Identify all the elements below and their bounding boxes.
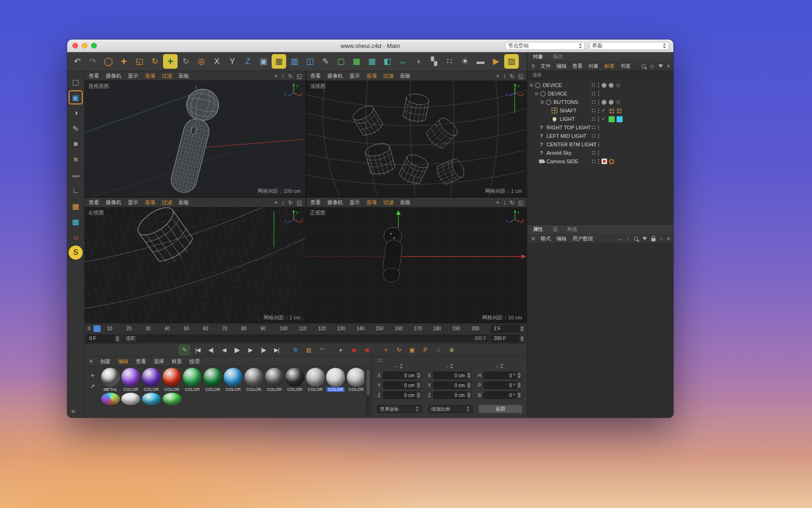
timeline-tick[interactable]: 40	[163, 326, 182, 331]
circle-gray-tag[interactable]	[609, 83, 614, 88]
expander-icon[interactable]: ⊟	[533, 91, 539, 96]
viewport-canvas[interactable]: 正视图 网格间距：10 cm	[306, 207, 527, 323]
timeline-ticks[interactable]: 0 10 20 30 40 50 60 70 80 90 100 110 120…	[86, 324, 489, 333]
timeline-tick[interactable]: 60	[202, 326, 221, 331]
key-scale-button[interactable]: ▣	[406, 344, 418, 356]
stepper-icon[interactable]	[517, 372, 522, 379]
dolly-view-icon[interactable]: ↕	[503, 199, 506, 206]
circle-dark-tag[interactable]	[616, 83, 621, 88]
coordinate-field[interactable]: 0 °	[484, 381, 522, 389]
menu-item[interactable]: 摄像机	[106, 199, 121, 206]
stepper-icon[interactable]	[115, 335, 120, 342]
panel-tab[interactable]: 构造	[567, 226, 578, 233]
lock-z-axis[interactable]: Z	[241, 54, 255, 69]
apply-button[interactable]: 应用	[479, 405, 522, 413]
up-icon[interactable]: ↑	[627, 236, 630, 241]
material-sphere[interactable]	[326, 368, 345, 387]
handle-tag[interactable]	[598, 133, 600, 139]
menu-item[interactable]: 摄像机	[328, 72, 343, 79]
menu-item[interactable]: 材质	[172, 358, 182, 365]
material-item[interactable]: COLOR	[223, 368, 244, 392]
stepper-icon[interactable]	[416, 392, 421, 398]
object-row[interactable]: ⊟ DEVICE	[527, 89, 673, 98]
object-row[interactable]: LIGHT	[527, 115, 673, 123]
magnet-tool-icon[interactable]: ◖	[411, 54, 426, 69]
mesh-grid-icon[interactable]: ▦	[69, 214, 83, 229]
menu-item[interactable]: 查看	[311, 72, 321, 79]
cloth-grid-icon[interactable]: ▦	[69, 199, 83, 213]
money-sphere-icon[interactable]: S	[69, 246, 83, 260]
live-selection-tool[interactable]: ◯	[101, 54, 116, 69]
coordinate-field[interactable]: 0 cm	[433, 391, 472, 399]
target-icon[interactable]: ○	[660, 236, 663, 241]
object-row[interactable]: Camera SIDE	[527, 157, 673, 166]
material-item[interactable]: METAL	[100, 368, 121, 392]
coordinate-field[interactable]: 0 cm	[383, 391, 422, 399]
menu-item[interactable]: 查看	[572, 63, 583, 70]
stepper-icon[interactable]	[467, 382, 471, 389]
menu-item[interactable]: 过滤	[383, 199, 394, 206]
corner-spline-icon[interactable]: ∟	[69, 183, 83, 198]
coordinate-field[interactable]: 0 °	[484, 372, 522, 379]
end-frame-field[interactable]: 200 F	[491, 335, 525, 342]
titlebar-dropdown[interactable]: 界面	[589, 42, 669, 50]
timeline-tick[interactable]: 180	[432, 326, 451, 331]
menu-item[interactable]: 选择	[154, 358, 164, 365]
panel-menu-icon[interactable]: ≡	[667, 63, 670, 69]
dots-tag[interactable]	[591, 117, 596, 121]
menu-item[interactable]: 面板	[179, 199, 189, 206]
clapper-icon[interactable]: ▬	[473, 54, 488, 69]
menu-item[interactable]: 选项	[145, 199, 155, 206]
dolly-view-icon[interactable]: ↕	[281, 199, 284, 206]
texture-tag[interactable]	[616, 108, 622, 113]
object-name[interactable]: DEVICE	[543, 82, 562, 88]
material-item[interactable]: COLOR	[284, 368, 305, 392]
dots-tag[interactable]	[591, 91, 596, 96]
coordinate-field[interactable]: 0 cm	[383, 381, 422, 389]
timeline-range-bar[interactable]: 0 F 200 F	[123, 335, 489, 342]
menu-item[interactable]: 标签	[604, 63, 615, 70]
handle-tag[interactable]	[598, 116, 600, 122]
material-item[interactable]	[162, 393, 182, 405]
stepper-icon[interactable]	[520, 335, 524, 342]
lock-y-axis[interactable]: Y	[225, 54, 240, 69]
pan-view-icon[interactable]: +	[496, 199, 500, 206]
stepper-icon[interactable]	[517, 392, 522, 398]
menu-item[interactable]: 查看	[89, 72, 99, 79]
material-sphere[interactable]	[101, 368, 120, 387]
handle-tag[interactable]	[598, 99, 600, 105]
material-sphere[interactable]	[163, 368, 181, 387]
snap-icon[interactable]: ∷	[442, 54, 457, 69]
render-view-icon[interactable]: ▥	[287, 54, 302, 69]
range-start-handle[interactable]: 0 F	[125, 336, 136, 341]
handle-tag[interactable]	[598, 125, 600, 130]
rotate-tool[interactable]: ↻	[148, 54, 162, 69]
cube-primitive-icon[interactable]: ■	[69, 137, 83, 151]
dolly-view-icon[interactable]: ↕	[281, 73, 284, 79]
handle-tag[interactable]	[598, 159, 600, 164]
back-icon[interactable]: ←	[617, 236, 623, 241]
bridge-tool-icon[interactable]: ↔	[396, 54, 410, 69]
panel-tab[interactable]: 场次	[553, 53, 563, 60]
close-button[interactable]	[72, 43, 78, 48]
object-name[interactable]: Arnold Sky	[547, 150, 571, 156]
maximize-view-icon[interactable]: ◱	[518, 73, 523, 79]
menu-item[interactable]: 选项	[367, 72, 377, 79]
timeline-tick[interactable]: 160	[393, 326, 413, 331]
square-green-tag[interactable]	[609, 116, 615, 122]
next-frame-button[interactable]: ▶	[244, 344, 256, 356]
menu-item[interactable]: 用户数据	[572, 235, 593, 242]
grip-icon[interactable]	[377, 358, 383, 362]
play-button[interactable]: ▶	[231, 344, 243, 356]
menu-item[interactable]: 选项	[145, 72, 155, 79]
autokey-film-icon[interactable]: ✎	[179, 344, 190, 356]
circle-gray-tag[interactable]	[601, 100, 607, 105]
dots-tag[interactable]	[591, 159, 596, 164]
material-sphere[interactable]	[183, 368, 202, 387]
current-frame-field[interactable]: 0 F	[86, 335, 120, 342]
menu-item[interactable]: 模式	[540, 235, 551, 242]
timeline-tick[interactable]: 200	[470, 326, 489, 331]
plane-icon[interactable]: ▬	[69, 168, 83, 182]
stepper-icon[interactable]	[467, 372, 471, 379]
circle-gray-tag[interactable]	[601, 83, 607, 88]
